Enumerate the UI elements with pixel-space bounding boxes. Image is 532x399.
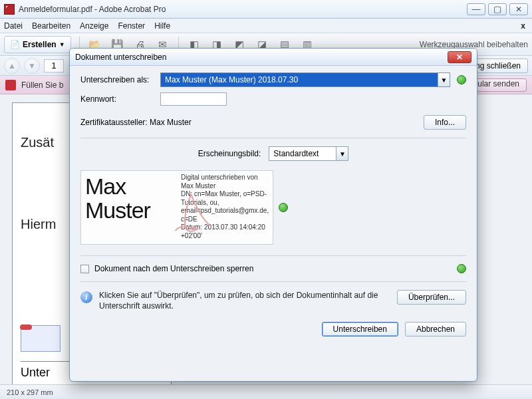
password-label: Kennwort:	[80, 94, 154, 104]
info-button[interactable]: Info...	[424, 115, 466, 130]
signature-metadata: Digital unterschrieben von Max Muster DN…	[181, 171, 273, 244]
window-titlebar: Anmeldeformular.pdf - Adobe Acrobat Pro …	[0, 0, 532, 19]
password-input[interactable]	[160, 92, 227, 106]
signature-field[interactable]	[21, 325, 61, 352]
sign-as-combo[interactable]: Max Muster (Max Muster) 2018.07.30 ▼	[160, 72, 450, 87]
sign-button[interactable]: Unterschreiben	[322, 322, 398, 336]
review-info-text: Klicken Sie auf "Überprüfen", um zu prüf…	[99, 290, 390, 311]
status-bar: 210 x 297 mm	[0, 384, 532, 399]
acrobat-icon	[4, 4, 15, 15]
signature-name: Max Muster	[81, 171, 181, 244]
maximize-button[interactable]: ▢	[488, 3, 507, 15]
signature-preview: Max Muster Digital unterschrieben von Ma…	[80, 170, 273, 245]
window-title: Anmeldeformular.pdf - Adobe Acrobat Pro	[19, 5, 467, 14]
fill-instruction-label: Füllen Sie b	[21, 80, 63, 90]
page-number-input[interactable]	[44, 59, 64, 72]
dialog-close-button[interactable]: ✕	[448, 51, 471, 63]
divider	[80, 281, 466, 282]
nav-down-button[interactable]: ▼	[24, 58, 40, 74]
info-icon: i	[80, 291, 92, 303]
sign-as-label: Unterschreiben als:	[80, 75, 154, 84]
appearance-label: Erscheinungsbild:	[198, 149, 261, 158]
nav-up-button[interactable]: ▲	[4, 58, 20, 74]
create-label: Erstellen	[23, 40, 57, 49]
chevron-down-icon[interactable]: ▼	[336, 147, 348, 160]
review-button[interactable]: Überprüfen...	[397, 290, 466, 305]
pdf-form-icon	[5, 80, 16, 90]
appearance-value: Standardtext	[269, 149, 336, 158]
lock-after-sign-checkbox[interactable]	[80, 265, 89, 273]
create-button[interactable]: 📄 Erstellen ▼	[4, 36, 71, 53]
cert-issuer-label: Zertifikataussteller: Max Muster	[80, 118, 417, 127]
minimize-button[interactable]: ―	[467, 3, 485, 15]
sign-as-value: Max Muster (Max Muster) 2018.07.30	[161, 73, 438, 86]
menu-hilfe[interactable]: Hilfe	[154, 21, 170, 31]
help-icon[interactable]	[279, 203, 288, 212]
menu-bearbeiten[interactable]: Bearbeiten	[32, 21, 70, 31]
close-button[interactable]: ✕	[509, 3, 528, 15]
chevron-down-icon: ▼	[59, 41, 65, 48]
divider	[80, 255, 466, 256]
help-icon[interactable]	[457, 75, 466, 84]
menu-datei[interactable]: Datei	[4, 21, 23, 31]
close-tools-label: ng schließen	[475, 61, 521, 70]
sign-document-dialog: Dokument unterschreiben ✕ Unterschreiben…	[69, 48, 477, 382]
dialog-titlebar: Dokument unterschreiben ✕	[70, 49, 477, 66]
lock-after-sign-label: Dokument nach dem Unterschreiben sperren	[94, 264, 253, 273]
cancel-button[interactable]: Abbrechen	[405, 322, 466, 336]
menu-fenster[interactable]: Fenster	[118, 21, 145, 31]
dialog-title: Dokument unterschreiben	[75, 53, 166, 62]
menu-anzeige[interactable]: Anzeige	[80, 21, 108, 31]
page-size-label: 210 x 297 mm	[7, 388, 53, 396]
doc-close-button[interactable]: x	[518, 21, 528, 31]
appearance-select[interactable]: Standardtext ▼	[269, 146, 348, 161]
help-icon[interactable]	[457, 264, 466, 273]
chevron-down-icon[interactable]: ▼	[438, 73, 450, 86]
menubar: Datei Bearbeiten Anzeige Fenster Hilfe x	[0, 19, 532, 33]
create-pdf-icon: 📄	[10, 40, 20, 49]
divider	[80, 138, 466, 138]
